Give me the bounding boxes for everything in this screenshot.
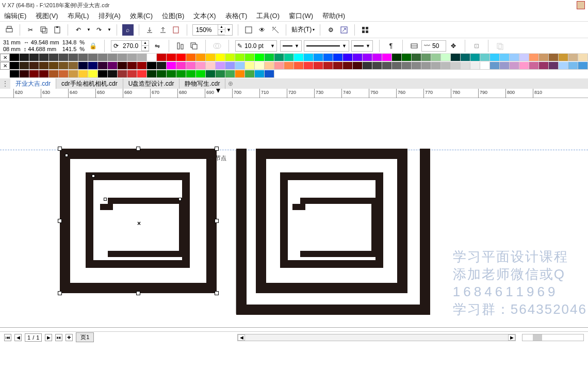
menu-table[interactable]: 表格(T) [225,11,248,21]
color-swatch[interactable] [314,62,323,70]
color-swatch[interactable] [255,54,265,61]
color-swatch[interactable] [392,62,402,70]
color-swatch[interactable] [10,70,20,78]
page-first-button[interactable]: ⏮ [4,334,11,341]
contour-steps-value[interactable]: 50 [432,42,444,50]
preview-icon[interactable]: 👁 [257,25,267,35]
angle-value[interactable]: 270.0 [121,42,141,50]
color-swatch[interactable] [578,62,588,70]
redo-dd[interactable]: ▼ [107,27,111,32]
shape-right[interactable] [236,149,430,315]
color-swatch[interactable] [20,62,29,70]
color-swatch[interactable] [578,54,588,61]
color-swatch[interactable] [196,70,206,78]
color-swatch[interactable] [157,54,167,61]
color-swatch[interactable] [529,54,539,61]
color-swatch[interactable] [421,62,431,70]
tab-0[interactable]: 开业大吉.cdr [10,78,56,89]
undo-dd[interactable]: ▼ [87,27,91,32]
color-swatch[interactable] [353,62,363,70]
color-swatch[interactable] [137,70,147,78]
color-swatch[interactable] [59,62,69,70]
node-handle[interactable] [178,198,182,201]
rulers-icon[interactable] [270,25,281,35]
rotation-input[interactable]: ⟳ 270.0 ▲▼ [111,40,149,52]
color-swatch[interactable] [137,62,147,70]
align-icon[interactable] [175,41,186,51]
color-swatch[interactable] [206,54,216,61]
color-swatch[interactable] [69,54,78,61]
color-swatch[interactable] [333,54,343,61]
color-swatch[interactable] [363,54,372,61]
menu-arrange[interactable]: 排列(A) [99,11,121,21]
color-swatch[interactable] [127,62,137,70]
color-swatch[interactable] [176,70,186,78]
sel-handle-w[interactable] [58,219,62,223]
color-swatch[interactable] [333,62,343,70]
color-swatch[interactable] [157,70,167,78]
snap-dropdown[interactable]: 贴齐(T) ▾ [291,25,315,34]
wrap-text-icon[interactable]: ¶ [386,41,396,51]
node-handle[interactable] [65,154,68,157]
undo-icon[interactable]: ↶ [73,25,84,35]
color-swatch[interactable] [392,54,402,61]
color-swatch[interactable] [265,70,274,78]
color-swatch[interactable] [78,70,88,78]
color-swatch[interactable] [412,62,421,70]
color-swatch[interactable] [490,54,500,61]
color-swatch[interactable] [10,54,20,61]
color-swatch[interactable] [461,54,470,61]
color-swatch[interactable] [304,62,314,70]
new-tab-button[interactable]: ⊕ [225,80,236,87]
color-swatch[interactable] [480,62,490,70]
color-swatch[interactable] [235,54,245,61]
color-swatch[interactable] [167,54,176,61]
color-swatch[interactable] [431,54,441,61]
tab-3[interactable]: 静物写生.cdr [179,78,225,89]
color-swatch[interactable] [510,62,519,70]
outline-width-value[interactable]: 10.0 pt [244,42,268,50]
color-swatch[interactable] [39,70,49,78]
color-swatch[interactable] [118,54,127,61]
width-value[interactable]: 49.548 mm [31,39,59,45]
color-swatch[interactable] [216,70,225,78]
color-swatch[interactable] [255,62,265,70]
color-swatch[interactable] [402,62,412,70]
sel-handle-n[interactable] [136,147,140,151]
color-swatch[interactable] [196,54,206,61]
page-next-button[interactable]: ▶ [45,334,52,341]
menu-text[interactable]: 文本(X) [193,11,216,21]
color-swatch[interactable] [539,54,549,61]
color-swatch[interactable] [529,62,539,70]
color-swatch[interactable] [539,62,549,70]
color-swatch[interactable] [559,54,568,61]
sel-handle-e[interactable] [215,219,219,223]
zoom-combo[interactable]: 150% ▲▼ ▼ [192,24,233,36]
color-swatch[interactable] [412,54,421,61]
clone-icon[interactable] [495,41,505,51]
color-swatch[interactable] [441,62,451,70]
page-prev-button[interactable]: ◀ [14,334,22,341]
color-swatch[interactable] [137,54,147,61]
export-icon[interactable] [158,25,168,35]
sel-handle-s[interactable] [136,291,140,295]
app-launcher-icon[interactable] [360,25,370,35]
color-swatch[interactable] [108,54,118,61]
color-swatch[interactable] [118,62,127,70]
color-swatch[interactable] [421,54,431,61]
options-icon[interactable]: ⚙ [325,25,336,35]
color-swatch[interactable] [265,54,274,61]
color-swatch[interactable] [186,70,196,78]
color-swatch[interactable] [29,70,39,78]
menu-window[interactable]: 窗口(W) [289,11,313,21]
page-tab[interactable]: 页1 [76,332,94,342]
color-swatch[interactable] [235,70,245,78]
color-swatch[interactable] [382,54,392,61]
color-swatch[interactable] [206,62,216,70]
convert-curves-icon[interactable]: ⊡ [471,41,482,51]
user-avatar[interactable] [577,1,585,9]
color-swatch[interactable] [265,62,274,70]
contour-direction-icon[interactable]: ✥ [448,41,459,51]
color-swatch[interactable] [431,62,441,70]
tab-1[interactable]: cdr手绘相机相机.cdr [56,78,123,89]
